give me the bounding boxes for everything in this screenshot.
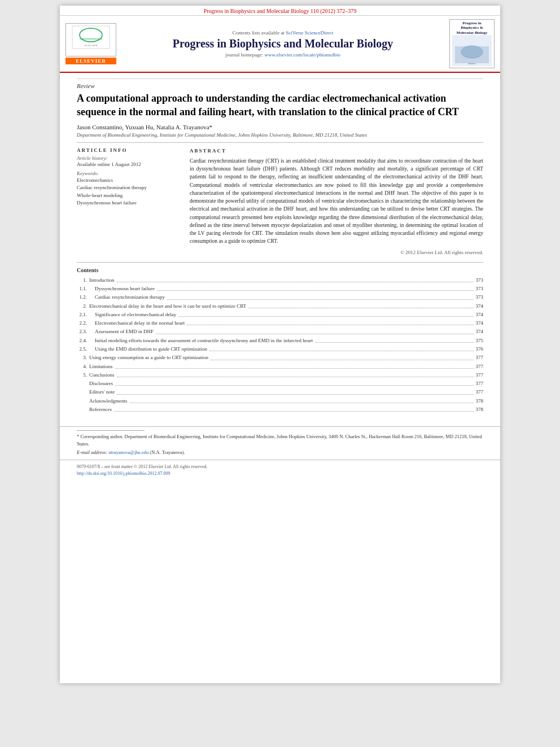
toc-item-2-4: 2.4. Initial modeling efforts towards th… [77, 337, 483, 345]
toc-num-2-3: 2.3. [77, 327, 89, 336]
section-label: Review [77, 78, 483, 89]
toc-item-disclosures: Disclosures 377 [77, 379, 483, 388]
issn-line: 0079-6107/$ – see front matter © 2012 El… [77, 464, 483, 470]
article-title: A computational approach to understandin… [77, 91, 483, 119]
toc-dots-ed [117, 394, 473, 395]
toc-num-3: 3. [77, 353, 89, 362]
toc-num-2-2: 2.2. [77, 319, 89, 327]
toc-dots-ref [114, 411, 474, 412]
svg-point-6 [461, 45, 483, 59]
toc-dots-ack [130, 403, 474, 403]
corresponding-label: Corresponding author. Department of Biom… [77, 434, 482, 447]
article-info-column: ARTICLE INFO Article history: Available … [77, 147, 178, 256]
toc-label-2-5: Using the EMD distribution to guide CRT … [89, 345, 207, 353]
toc-page-disc: 377 [476, 379, 484, 388]
abstract-heading: ABSTRACT [190, 147, 483, 155]
toc-item-1: 1. Introduction 373 [77, 276, 483, 285]
affiliation: Department of Biomedical Engineering, In… [77, 132, 483, 138]
toc-label-disclosures: Disclosures [89, 379, 113, 388]
toc-label-2-4: Initial modeling efforts towards the ass… [89, 337, 313, 345]
toc-dots-5 [117, 377, 474, 377]
toc-page-2-3: 374 [476, 327, 484, 336]
toc-page-1-2: 373 [476, 293, 484, 302]
toc-page-2-5: 376 [476, 345, 484, 353]
toc-dots-1-1 [157, 290, 474, 291]
toc-dots-1 [117, 282, 474, 282]
toc-item-ref: References 378 [77, 405, 483, 414]
journal-homepage: journal homepage: www.elsevier.com/locat… [122, 52, 444, 58]
journal-center: Contents lists available at SciVerse Sci… [116, 30, 449, 58]
copyright-line: © 2012 Elsevier Ltd. All rights reserved… [190, 249, 483, 256]
toc-label-editors: Editors' note [89, 388, 115, 396]
toc-label-2-1: Significance of electromechanical delay [89, 311, 176, 319]
elsevier-logo-image: ELSEVIER [71, 25, 111, 53]
toc-page-2-2: 374 [476, 319, 484, 327]
toc-label-3: Using energy consumption as a guide to C… [89, 353, 208, 362]
journal-page: Progress in Biophysics and Molecular Bio… [60, 6, 500, 683]
toc-label-1-2: Cardiac resynchronization therapy [89, 293, 165, 302]
toc-dots-1-2 [167, 299, 474, 300]
sciverse-link[interactable]: SciVerse ScienceDirect [286, 30, 333, 36]
toc-label-2: Electromechanical delay in the heart and… [89, 302, 246, 311]
toc-page-2-1: 374 [476, 311, 484, 319]
toc-item-2-2: 2.2. Electromechanical delay in the norm… [77, 319, 483, 327]
toc-dots-2-4 [315, 342, 473, 343]
toc-page-ed: 377 [476, 388, 484, 396]
toc-page-2: 374 [476, 302, 484, 311]
doi-line: http://dx.doi.org/10.1016/j.pbiomolbio.2… [77, 470, 483, 477]
toc-num-2-1: 2.1. [77, 311, 89, 319]
toc-dots-3 [211, 360, 473, 360]
article-history-section: Article history: Available online 1 Augu… [77, 155, 178, 167]
elsevier-logo-area: ELSEVIER ELSEVIER [65, 23, 116, 64]
toc-page-ack: 378 [476, 397, 484, 405]
toc-num-2-4: 2.4. [77, 337, 89, 345]
toc-page-5: 377 [476, 371, 484, 379]
toc-item-4: 4. Limitations 377 [77, 362, 483, 371]
abstract-column: ABSTRACT Cardiac resynchronization thera… [190, 147, 483, 256]
sciverse-line: Contents lists available at SciVerse Sci… [122, 30, 444, 36]
article-info-heading: ARTICLE INFO [77, 147, 178, 153]
journal-citation: Progress in Biophysics and Molecular Bio… [60, 6, 500, 16]
toc-num-5: 5. [77, 371, 89, 379]
toc-label-2-2: Electromechanical delay in the normal he… [89, 319, 185, 327]
toc-item-2-5: 2.5. Using the EMD distribution to guide… [77, 345, 483, 353]
toc-num-2-5: 2.5. [77, 345, 89, 353]
divider-1 [77, 142, 483, 143]
contents-heading: Contents [77, 267, 483, 273]
journal-cover-right: Progress inBiophysics &Molecular Biology… [449, 19, 495, 68]
main-content: Review A computational approach to under… [60, 73, 500, 420]
keywords-section: Keywords: Electromechanics Cardiac resyn… [77, 171, 178, 207]
keyword-4: Dyssynchronous heart failure [77, 199, 178, 207]
cover-title: Progress inBiophysics &Molecular Biology [451, 21, 493, 35]
toc-num-4: 4. [77, 362, 89, 371]
elsevier-label: ELSEVIER [65, 58, 116, 64]
toc-num-1-2: 1.2. [77, 293, 89, 302]
toc-item-3: 3. Using energy consumption as a guide t… [77, 353, 483, 362]
bottom-bar: 0079-6107/$ – see front matter © 2012 El… [60, 460, 500, 480]
toc-num-1-1: 1.1. [77, 285, 89, 293]
footnote-section: * Corresponding author. Department of Bi… [60, 426, 500, 459]
toc-item-ack: Acknowledgments 378 [77, 397, 483, 405]
toc-page-4: 377 [476, 362, 484, 371]
toc-item-editors: Editors' note 377 [77, 388, 483, 396]
footnote-divider [77, 430, 145, 431]
doi-link[interactable]: http://dx.doi.org/10.1016/j.pbiomolbio.2… [77, 471, 170, 476]
email-link[interactable]: ntrayanova@jhu.edu [108, 449, 148, 455]
toc-dots-2 [248, 308, 473, 308]
toc-item-2: 2. Electromechanical delay in the heart … [77, 302, 483, 311]
journal-header: ELSEVIER ELSEVIER Contents lists availab… [60, 16, 500, 73]
toc-label-2-3: Assessment of EMD in DHF [89, 327, 154, 336]
toc-item-1-1: 1.1. Dyssynchronous heart failure 373 [77, 285, 483, 293]
authors: Jason Constantino, Yuxuan Hu, Natalia A.… [77, 124, 483, 130]
toc-page-1: 373 [476, 276, 484, 285]
email-label: E-mail address: [77, 449, 107, 455]
svg-text:Elsevier: Elsevier [468, 62, 476, 65]
footnote-star: * Corresponding author. Department of Bi… [77, 433, 483, 448]
toc-label-5: Conclusions [89, 371, 115, 379]
toc-label-4: Limitations [89, 362, 113, 371]
toc-num-1: 1. [77, 276, 89, 285]
keyword-2: Cardiac resynchronization therapy [77, 184, 178, 192]
toc-label-ref: References [89, 405, 112, 414]
toc-dots-4 [115, 368, 474, 369]
cover-thumbnail: Progress inBiophysics &Molecular Biology… [449, 19, 495, 68]
